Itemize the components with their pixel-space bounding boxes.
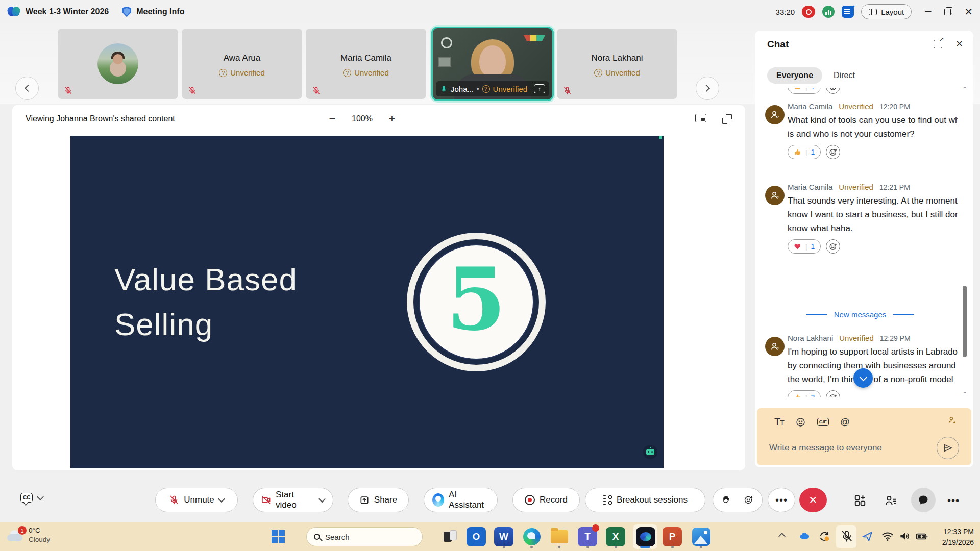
send-message-button[interactable] [937,437,959,459]
picture-in-picture-icon[interactable] [695,114,706,122]
fullscreen-expand-icon[interactable] [722,114,732,124]
add-reaction-button[interactable] [826,145,840,159]
more-options-secondary-button[interactable]: ••• [947,495,960,507]
participants-button[interactable] [884,494,897,507]
taskbar-search[interactable]: Search [306,527,423,546]
start-button[interactable] [272,530,285,543]
chat-toggle-button[interactable] [911,488,936,512]
chat-message-list[interactable]: |1 ? Maria Camila Unverified 12:20 PM W [762,88,958,397]
audio-stats-icon[interactable] [822,6,835,18]
clock-time: 12:33 PM [929,527,974,537]
gif-icon[interactable]: GIF [817,418,829,426]
wifi-icon[interactable] [881,530,894,543]
taskbar-clock[interactable]: 12:33 PM 2/19/2026 [929,527,974,548]
reactions-control[interactable] [713,488,763,512]
more-icon: ••• [775,494,788,506]
volume-icon[interactable] [898,530,912,543]
participant-tile[interactable] [58,29,178,99]
scrollbar-thumb[interactable] [963,286,967,357]
onedrive-icon[interactable] [798,530,812,543]
maximize-button[interactable] [944,9,951,15]
popout-chat-icon[interactable] [934,40,942,48]
mention-icon[interactable]: @ [840,416,850,428]
start-video-button[interactable]: Start video [253,488,333,512]
scrollbar-down-arrow[interactable]: ⌄ [961,388,968,395]
add-reaction-button[interactable] [826,88,840,94]
captions-control[interactable]: CC [20,493,43,503]
leave-meeting-button[interactable]: ✕ [799,488,827,512]
teams-icon[interactable]: T [578,527,597,546]
meeting-title: Week 1-3 Winter 2026 [26,7,109,16]
zoom-out-button[interactable]: − [326,112,338,126]
message-time: 12:20 PM [879,103,910,111]
camera-off-icon [261,495,271,505]
reaction-pill[interactable]: |1 [788,145,821,159]
titlebar: Week 1-3 Winter 2026 Meeting Info 33:20 … [0,0,980,23]
close-window-button[interactable]: ✕ [964,6,973,18]
edge-icon[interactable] [522,527,542,547]
layout-button[interactable]: Layout [861,4,912,19]
chat-bubble-icon [917,494,929,506]
recording-indicator-icon[interactable] [802,6,815,18]
participant-tile[interactable]: Awa Arua ?Unverified [182,29,302,99]
strip-next-button[interactable] [696,77,719,100]
excel-icon[interactable]: X [606,527,625,546]
tray-mic-muted-icon[interactable] [840,530,853,543]
weather-condition: Cloudy [29,535,50,544]
participant-tile[interactable]: Nora Lakhani ?Unverified [557,29,677,99]
location-icon[interactable] [861,530,874,543]
breakout-sessions-button[interactable]: Breakout sessions [585,488,705,512]
apps-button[interactable] [853,494,867,507]
tray-expand-icon[interactable] [779,531,785,541]
participant-name: Maria Camila [306,53,426,63]
outlook-icon[interactable]: O [467,527,486,546]
add-reaction-button[interactable] [826,239,840,254]
reaction-pill[interactable]: |1 [788,88,821,94]
chevron-down-icon[interactable] [318,495,326,503]
share-button[interactable]: Share [348,488,409,512]
zoom-in-button[interactable]: + [386,112,398,126]
ai-notes-icon[interactable]: ✦ [842,6,854,18]
close-chat-icon[interactable]: ✕ [955,40,963,48]
new-messages-divider[interactable]: New messages [762,310,958,319]
scroll-to-bottom-button[interactable] [853,368,873,388]
tab-everyone[interactable]: Everyone [767,67,822,84]
add-reaction-button[interactable] [826,390,840,397]
word-icon[interactable]: W [494,527,513,546]
reaction-pill[interactable]: |1 [788,239,821,254]
chevron-down-icon[interactable] [37,493,44,500]
meeting-info-button[interactable]: Meeting Info [136,7,184,16]
active-speaker-tile[interactable]: Joha... • ? Unverified [431,27,554,101]
unmute-label: Unmute [184,495,214,505]
powerpoint-icon[interactable]: P [663,527,682,546]
webex-app-icon[interactable] [635,527,656,547]
more-options-button[interactable]: ••• [768,488,795,512]
participant-tile[interactable]: Maria Camila ?Unverified [306,29,426,99]
ai-assistant-button[interactable]: AI Assistant [424,488,498,512]
weather-widget[interactable]: 1 0°C Cloudy [7,526,50,544]
person-warning-icon[interactable] [947,415,957,425]
tab-direct[interactable]: Direct [834,71,855,80]
svg-text:?: ? [777,195,779,200]
scrollbar-up-arrow[interactable]: ⌃ [961,86,968,93]
message-input[interactable] [769,438,922,458]
unverified-question-icon: ? [482,85,490,93]
strip-previous-button[interactable] [15,77,39,100]
sync-icon[interactable] [818,530,831,543]
file-explorer-icon[interactable] [549,527,570,547]
battery-icon[interactable] [915,530,928,543]
share-label: Share [374,495,397,505]
photos-icon[interactable] [691,527,712,547]
closed-captions-icon[interactable]: CC [20,493,33,503]
emoji-icon[interactable] [795,417,806,428]
unmute-button[interactable]: Unmute [155,488,238,512]
reaction-count: 1 [811,242,815,251]
viewing-label: Viewing Johanna Brown's shared content [26,114,175,123]
active-speaker-label: Joha... • ? Unverified [436,81,549,96]
reaction-pill[interactable]: |2 [788,390,821,397]
chevron-down-icon[interactable] [218,495,225,503]
record-button[interactable]: Record [512,488,580,512]
task-view-icon[interactable] [440,527,460,547]
minimize-button[interactable]: ─ [925,7,931,17]
text-format-icon[interactable]: TT [774,416,784,428]
